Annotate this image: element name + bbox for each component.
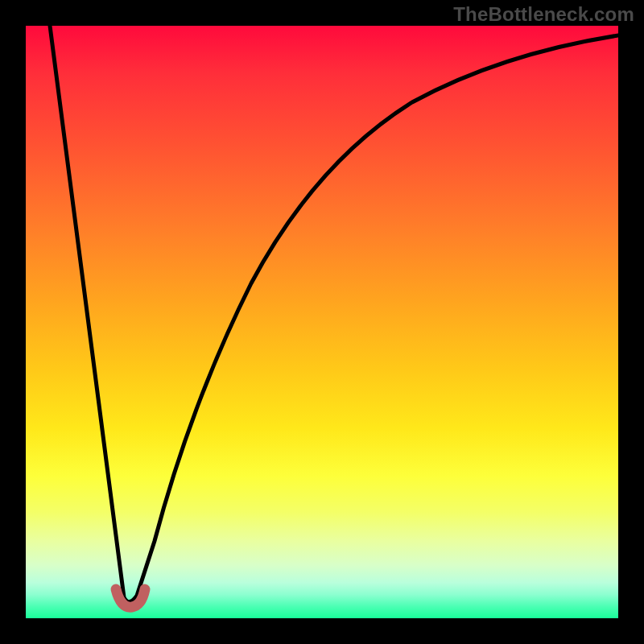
curve-tip-marker (116, 589, 145, 607)
chart-frame: TheBottleneck.com (0, 0, 644, 644)
bottleneck-curve (50, 26, 618, 602)
curve-layer (26, 26, 618, 618)
plot-area (26, 26, 618, 618)
watermark-text: TheBottleneck.com (453, 3, 634, 26)
